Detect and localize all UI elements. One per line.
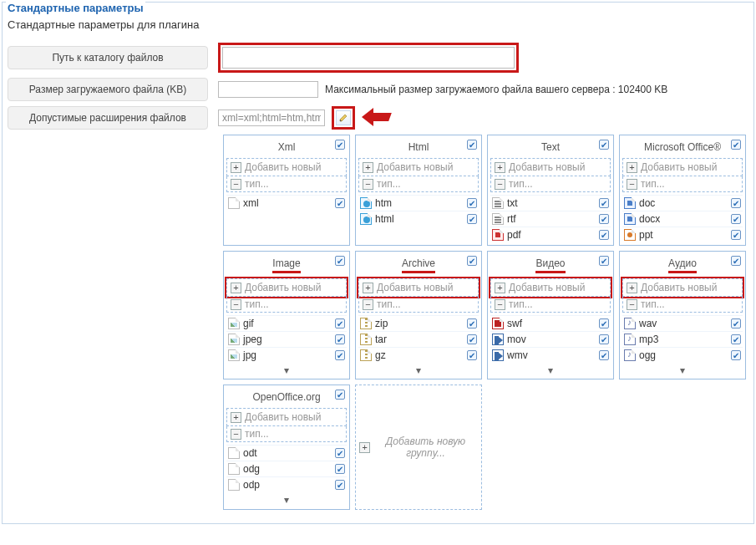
label-size: Размер загружаемого файла (KB) bbox=[8, 78, 208, 101]
group-title: Text bbox=[541, 141, 560, 153]
filetype-item: rtf✔ bbox=[490, 211, 611, 227]
plus-icon: + bbox=[363, 162, 373, 173]
add-group-tile[interactable]: + Добавить новую группу... bbox=[355, 385, 482, 510]
item-toggle[interactable]: ✔ bbox=[599, 198, 609, 208]
item-toggle[interactable]: ✔ bbox=[599, 334, 609, 344]
item-toggle[interactable]: ✔ bbox=[335, 480, 345, 490]
item-toggle[interactable]: ✔ bbox=[335, 318, 345, 329]
add-type-row[interactable]: + Добавить новый bbox=[622, 158, 743, 176]
type-row: − тип... bbox=[226, 426, 347, 442]
group-toggle[interactable]: ✔ bbox=[335, 140, 345, 150]
item-toggle[interactable]: ✔ bbox=[599, 230, 609, 240]
type-row: − тип... bbox=[226, 176, 347, 192]
swf-file-icon bbox=[492, 318, 504, 329]
minus-icon[interactable]: − bbox=[231, 429, 241, 440]
filetype-item: odt✔ bbox=[226, 445, 347, 461]
item-toggle[interactable]: ✔ bbox=[731, 214, 741, 224]
row-path: Путь к каталогу файлов bbox=[8, 43, 748, 73]
minus-icon[interactable]: − bbox=[627, 179, 637, 190]
add-type-row[interactable]: + Добавить новый bbox=[358, 158, 479, 176]
text-file-icon bbox=[492, 213, 504, 225]
highlight-edit-btn bbox=[332, 106, 355, 130]
expand-more[interactable]: ▾ bbox=[226, 363, 347, 376]
group-archive: Archive ✔ + Добавить новый − тип... zip✔… bbox=[355, 251, 482, 379]
expand-more[interactable]: ▾ bbox=[490, 363, 611, 376]
group-title: Microsoft Office® bbox=[644, 141, 721, 153]
type-row: − тип... bbox=[490, 297, 611, 313]
plus-icon: + bbox=[231, 283, 241, 293]
row-size: Размер загружаемого файла (KB) Максималь… bbox=[8, 78, 748, 101]
filetype-item: gz✔ bbox=[358, 347, 479, 363]
audio-file-icon bbox=[624, 349, 636, 361]
filetype-item: ogg✔ bbox=[622, 347, 743, 363]
minus-icon[interactable]: − bbox=[495, 179, 505, 190]
add-type-row[interactable]: + Добавить новый bbox=[226, 158, 347, 176]
item-toggle[interactable]: ✔ bbox=[599, 318, 609, 329]
filetype-item: txt✔ bbox=[490, 195, 611, 211]
group-toggle[interactable]: ✔ bbox=[731, 256, 741, 266]
group-toggle[interactable]: ✔ bbox=[467, 140, 477, 150]
size-input[interactable] bbox=[218, 81, 318, 98]
item-toggle[interactable]: ✔ bbox=[599, 350, 609, 360]
add-type-row[interactable]: + Добавить новый bbox=[226, 278, 347, 297]
minus-icon[interactable]: − bbox=[627, 299, 637, 310]
pdf-file-icon bbox=[492, 229, 504, 241]
item-toggle[interactable]: ✔ bbox=[731, 350, 741, 360]
group-toggle[interactable]: ✔ bbox=[599, 140, 609, 150]
item-toggle[interactable]: ✔ bbox=[335, 198, 345, 208]
group-title: Аудио bbox=[668, 257, 697, 273]
minus-icon[interactable]: − bbox=[231, 299, 241, 310]
edit-extensions-button[interactable] bbox=[336, 110, 351, 125]
item-toggle[interactable]: ✔ bbox=[467, 214, 477, 224]
add-type-row[interactable]: + Добавить новый bbox=[622, 278, 743, 297]
minus-icon[interactable]: − bbox=[495, 299, 505, 310]
expand-more[interactable]: ▾ bbox=[622, 363, 743, 376]
item-toggle[interactable]: ✔ bbox=[467, 334, 477, 344]
image-file-icon bbox=[228, 334, 240, 345]
item-toggle[interactable]: ✔ bbox=[731, 198, 741, 208]
filetype-item: html✔ bbox=[358, 211, 479, 227]
group-image: Image ✔ + Добавить новый − тип... gif✔ j… bbox=[223, 251, 350, 379]
expand-more[interactable]: ▾ bbox=[226, 492, 347, 506]
group-toggle[interactable]: ✔ bbox=[599, 256, 609, 266]
image-file-icon bbox=[228, 349, 240, 361]
group-toggle[interactable]: ✔ bbox=[335, 390, 345, 400]
image-file-icon bbox=[228, 318, 240, 329]
item-toggle[interactable]: ✔ bbox=[731, 230, 741, 240]
item-toggle[interactable]: ✔ bbox=[467, 198, 477, 208]
filetype-item: mov✔ bbox=[490, 331, 611, 347]
doc-file-icon bbox=[624, 213, 636, 225]
expand-more[interactable]: ▾ bbox=[358, 363, 479, 376]
add-type-row[interactable]: + Добавить новый bbox=[490, 278, 611, 297]
ext-input[interactable] bbox=[218, 110, 325, 126]
item-toggle[interactable]: ✔ bbox=[335, 334, 345, 344]
filetype-item: pdf✔ bbox=[490, 227, 611, 242]
item-toggle[interactable]: ✔ bbox=[599, 214, 609, 224]
path-input[interactable] bbox=[222, 47, 515, 69]
add-type-row[interactable]: + Добавить новый bbox=[358, 278, 479, 297]
group-toggle[interactable]: ✔ bbox=[467, 256, 477, 266]
plus-icon: + bbox=[359, 442, 370, 453]
add-type-row[interactable]: + Добавить новый bbox=[226, 408, 347, 426]
filetype-item: odp✔ bbox=[226, 476, 347, 492]
html-file-icon bbox=[360, 197, 372, 209]
filetype-item: odg✔ bbox=[226, 461, 347, 476]
item-toggle[interactable]: ✔ bbox=[335, 448, 345, 458]
type-row: − тип... bbox=[226, 297, 347, 313]
item-toggle[interactable]: ✔ bbox=[731, 318, 741, 329]
item-toggle[interactable]: ✔ bbox=[467, 318, 477, 329]
filetype-item: mp3✔ bbox=[622, 331, 743, 347]
add-type-row[interactable]: + Добавить новый bbox=[490, 158, 611, 176]
item-toggle[interactable]: ✔ bbox=[335, 350, 345, 360]
minus-icon[interactable]: − bbox=[363, 299, 373, 310]
item-toggle[interactable]: ✔ bbox=[731, 334, 741, 344]
minus-icon[interactable]: − bbox=[363, 179, 373, 190]
panel-subtitle: Стандартные параметры для плагина bbox=[8, 18, 748, 31]
minus-icon[interactable]: − bbox=[231, 179, 241, 190]
group-toggle[interactable]: ✔ bbox=[731, 140, 741, 150]
type-row: − тип... bbox=[622, 297, 743, 313]
item-toggle[interactable]: ✔ bbox=[335, 464, 345, 474]
group-toggle[interactable]: ✔ bbox=[335, 256, 345, 266]
item-toggle[interactable]: ✔ bbox=[467, 350, 477, 360]
plus-icon: + bbox=[495, 283, 505, 293]
